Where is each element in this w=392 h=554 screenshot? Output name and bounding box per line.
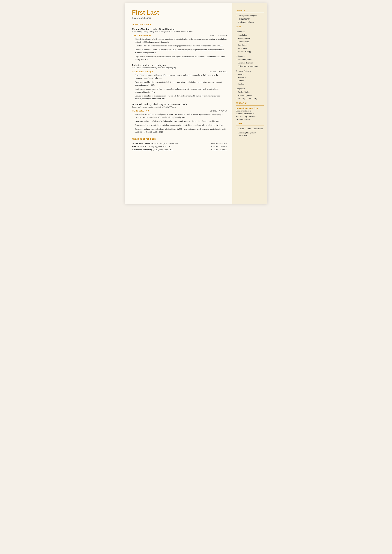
prev-exp-row-3: Auctioneer, (Internship), ABC, New York,… — [132, 148, 227, 151]
company-tagline-3: Career training and membership SaaS with… — [132, 106, 227, 108]
job-dates-2: 09/2019 – 09/2021 — [210, 70, 227, 73]
skills-label: SKILLS — [236, 26, 264, 28]
education-label: EDUCATION — [236, 102, 264, 104]
job-header-2: Inside Sales Manager 09/2019 – 09/2021 — [132, 70, 227, 73]
prev-role-3: Auctioneer, (Internship), ABC, New York,… — [132, 148, 173, 151]
languages-label: Languages: — [236, 88, 264, 90]
job-bullets-2: Streamlined operations without sacrifici… — [132, 74, 227, 100]
bullet-3-2: Addressed and successfully resolved clie… — [132, 120, 227, 123]
contact-email: first.last@gmail.com — [236, 21, 264, 24]
prev-role-2: Sales Advisor, XYZ Company, New York, US… — [132, 145, 172, 148]
prev-exp-row-2: Sales Advisor, XYZ Company, New York, US… — [132, 145, 227, 148]
previous-experience-label: PREVIOUS EXPERIENCE — [132, 138, 227, 140]
education-section: EDUCATION University of New York Bachelo… — [236, 102, 264, 121]
edu-field-1: Business Administration — [236, 112, 264, 115]
language-3: Spanish (Conversational) — [236, 97, 264, 100]
bullet-2-2: Developed a cold calling program to trai… — [132, 81, 227, 87]
hard-skills-list: Negotiation Sales Operations Merchandisi… — [236, 34, 264, 53]
right-column: CONTACT Chester, United Kingdom +44 1234… — [232, 3, 267, 204]
prev-dates-3: 07/2014 – 12/2015 — [211, 148, 227, 151]
title: Sales Team Leader — [132, 17, 227, 19]
company-name-2: Polyhire, London, United Kingdom — [132, 64, 227, 66]
hard-skill-3: Merchandising — [236, 40, 264, 43]
language-2: Romanian (Native) — [236, 94, 264, 97]
job-dates-1: 10/2021 – Present — [210, 34, 227, 37]
hard-skill-2: Sales Operations — [236, 37, 264, 40]
techniques-label: Techniques: — [236, 55, 264, 57]
contact-address: Chester, United Kingdom — [236, 14, 264, 17]
company-tagline-1: Drone manufacturing startup with 50+ emp… — [132, 30, 227, 33]
technique-2: Customer Retention — [236, 62, 264, 64]
job-bullets-1: Identified challenges of a 12-member sal… — [132, 38, 227, 61]
contact-phone: +44 123456789 — [236, 18, 264, 20]
language-1: English (Native) — [236, 91, 264, 93]
prev-exp-row-1: Mobile Sales Consultant, ABC Company, Lo… — [132, 142, 227, 145]
bullet-3-1: Assisted in overhauling the touchpoints … — [132, 113, 227, 119]
other-section: OTHER HubSpot Inbound Sales Certified. M… — [236, 122, 264, 137]
tool-4: HubSpot — [236, 83, 264, 85]
other-label: OTHER — [236, 122, 264, 124]
education-entry-1: University of New York Bachelor of Scien… — [236, 107, 264, 121]
edu-dates-1: 10/2011 - 06/2014 — [236, 118, 264, 121]
edu-school-1: University of New York — [236, 107, 264, 109]
prev-dates-1: 06/2017 – 10/2018 — [211, 142, 227, 145]
technique-3: Performance Management — [236, 65, 264, 68]
edu-degree-1: Bachelor of Science — [236, 109, 264, 112]
contact-divider — [236, 13, 264, 13]
other-item-1: HubSpot Inbound Sales Certified. — [236, 127, 264, 130]
languages-list: English (Native) Romanian (Native) Spani… — [236, 91, 264, 100]
tools-label: Tools and Software: — [236, 70, 264, 72]
work-experience-label: WORK EXPERIENCE — [132, 24, 227, 26]
job-title-1: Sales Team Leader — [132, 34, 151, 37]
tool-1: Marketo — [236, 73, 264, 76]
contact-list: Chester, United Kingdom +44 123456789 fi… — [236, 14, 264, 23]
name: First Last — [132, 9, 227, 16]
job-block-3: Growthsi, London, United Kingdom & Barce… — [132, 103, 227, 133]
prev-role-1: Mobile Sales Consultant, ABC Company, Lo… — [132, 142, 178, 145]
bullet-3-4: Developed and nurtured professional rela… — [132, 128, 227, 133]
job-title-2: Inside Sales Manager — [132, 70, 154, 73]
edu-location-1: New York City, New York — [236, 115, 264, 118]
bullet-1-4: Implemented an innovative retention prog… — [132, 55, 227, 61]
company-tagline-2: NYSE-listed recruitment and employer bra… — [132, 67, 227, 69]
left-column: First Last Sales Team Leader WORK EXPERI… — [125, 3, 232, 204]
bullet-1-2: Introduced new upselling techniques and … — [132, 44, 227, 47]
bullet-2-3: Implemented an automated system for fore… — [132, 87, 227, 93]
techniques-list: Sales Management Customer Retention Perf… — [236, 58, 264, 67]
bullet-3-3: Suggested effective sales techniques to … — [132, 124, 227, 127]
tool-3: Minitab — [236, 79, 264, 82]
hard-skill-5: Inside Sales — [236, 47, 264, 50]
job-header-3: Inside Sales Rep 11/2018 – 08/2019 — [132, 109, 227, 112]
contact-section: CONTACT Chester, United Kingdom +44 1234… — [236, 9, 264, 23]
job-header-1: Sales Team Leader 10/2021 – Present — [132, 34, 227, 37]
job-dates-3: 11/2018 – 08/2019 — [210, 110, 227, 112]
hard-skill-4: Cold Calling — [236, 44, 264, 46]
job-block-2: Polyhire, London, United Kingdom NYSE-li… — [132, 64, 227, 100]
hard-skill-1: Negotiation — [236, 34, 264, 36]
previous-experience-section: PREVIOUS EXPERIENCE Mobile Sales Consult… — [132, 138, 227, 151]
bullet-1-3: Boosted sales revenue from 13% to 69% wi… — [132, 48, 227, 54]
job-block-1: Resume Worded, London, United Kingdom Dr… — [132, 28, 227, 61]
bullet-2-1: Streamlined operations without sacrifici… — [132, 74, 227, 80]
tools-list: Marketo Salesforce Minitab HubSpot — [236, 73, 264, 85]
contact-label: CONTACT — [236, 9, 264, 11]
hard-skill-6: Business Strategy — [236, 50, 264, 53]
work-experience-section: WORK EXPERIENCE Resume Worded, London, U… — [132, 24, 227, 133]
skills-section: SKILLS Hard Skills: Negotiation Sales Op… — [236, 26, 264, 100]
other-divider — [236, 126, 264, 126]
hard-skills-label: Hard Skills: — [236, 31, 264, 33]
job-bullets-3: Assisted in overhauling the touchpoints … — [132, 113, 227, 133]
tool-2: Salesforce — [236, 76, 264, 79]
prev-dates-2: 01/2016 – 05/2017 — [211, 145, 227, 148]
job-title-3: Inside Sales Rep — [132, 109, 149, 112]
bullet-2-4: Created an open line of communication be… — [132, 94, 227, 100]
bullet-1-1: Identified challenges of a 12-member sal… — [132, 38, 227, 44]
technique-1: Sales Management — [236, 58, 264, 61]
other-item-2: Marketing Management Certification. — [236, 131, 264, 137]
education-divider — [236, 105, 264, 105]
company-name-3: Growthsi, London, United Kingdom & Barce… — [132, 103, 227, 106]
resume-page: First Last Sales Team Leader WORK EXPERI… — [125, 3, 267, 204]
company-name-1: Resume Worded, London, United Kingdom — [132, 28, 227, 30]
